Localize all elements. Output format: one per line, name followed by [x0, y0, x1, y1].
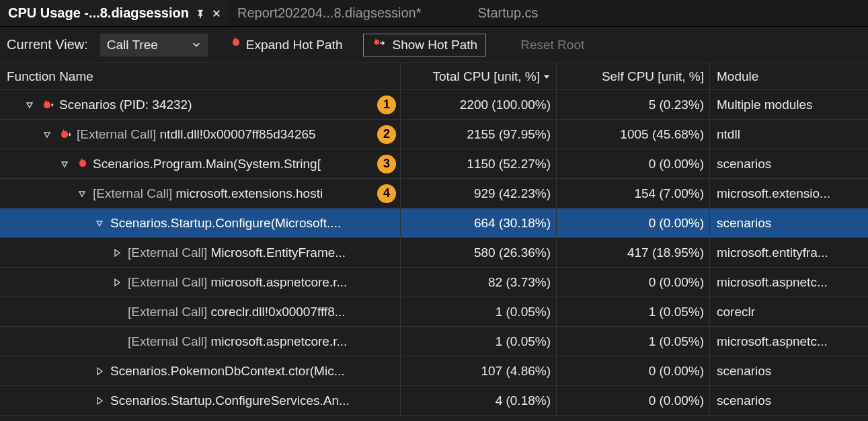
table-row[interactable]: [External Call] ntdll.dll!0x00007ff85d34… [0, 120, 868, 149]
callout-badge: 1 [377, 95, 396, 114]
tab-startup[interactable]: Startup.cs [470, 0, 547, 26]
cell-total-cpu: 580 (26.36%) [401, 238, 557, 267]
cell-module: microsoft.aspnetc... [710, 268, 868, 297]
button-label: Expand Hot Path [246, 38, 343, 52]
flame-icon [58, 128, 71, 141]
function-name-text: Scenarios (PID: 34232) [59, 98, 369, 112]
table-row[interactable]: Scenarios.Program.Main(System.String[311… [0, 149, 868, 179]
cell-function: Scenarios.Program.Main(System.String[3 [0, 149, 401, 178]
cell-total-cpu: 929 (42.23%) [401, 179, 557, 208]
table-row[interactable]: [External Call] Microsoft.EntityFrame...… [0, 238, 868, 268]
cell-self-cpu: 417 (18.95%) [557, 238, 710, 267]
flame-icon [40, 98, 54, 112]
cell-self-cpu: 0 (0.00%) [557, 208, 710, 237]
table-row[interactable]: Scenarios.PokemonDbContext.ctor(Mic...10… [0, 356, 868, 386]
chevron-right-icon[interactable] [94, 395, 105, 406]
function-name-text: Scenarios.Startup.Configure(Microsoft...… [110, 216, 400, 231]
close-icon[interactable] [212, 9, 221, 18]
table-row[interactable]: Scenarios.Startup.ConfigureServices.An..… [0, 386, 868, 416]
cell-function: Scenarios.Startup.ConfigureServices.An..… [0, 386, 401, 415]
cell-self-cpu: 0 (0.00%) [557, 356, 710, 385]
table-row[interactable]: [External Call] microsoft.aspnetcore.r..… [0, 268, 868, 297]
tab-label: Report202204...8.diagsession* [237, 5, 422, 21]
chevron-down-icon[interactable] [42, 129, 52, 140]
function-name-text: Scenarios.Startup.ConfigureServices.An..… [110, 393, 400, 408]
toolbar: Current View: Call Tree Expand Hot Path … [0, 27, 868, 63]
cell-module: scenarios [710, 208, 868, 237]
cell-total-cpu: 664 (30.18%) [401, 208, 557, 237]
cell-module: microsoft.entityfra... [710, 238, 868, 267]
twisty-none [112, 336, 122, 347]
chevron-down-icon[interactable] [77, 188, 87, 199]
function-name-text: [External Call] microsoft.aspnetcore.r..… [128, 275, 400, 290]
cell-module: microsoft.aspnetc... [710, 327, 868, 356]
header-self-cpu[interactable]: Self CPU [unit, %] [557, 63, 710, 89]
show-hot-path-button[interactable]: Show Hot Path [363, 34, 486, 56]
callout-badge: 2 [377, 125, 396, 144]
current-view-dropdown[interactable]: Call Tree [100, 34, 208, 56]
cell-module: microsoft.extensio... [710, 179, 868, 208]
function-name-text: Scenarios.Program.Main(System.String[ [93, 157, 369, 171]
tab-cpu-usage[interactable]: CPU Usage -...8.diagsession [0, 0, 229, 26]
cell-self-cpu: 1 (0.05%) [557, 327, 710, 356]
expand-hot-path-button[interactable]: Expand Hot Path [220, 34, 352, 56]
sort-desc-icon [543, 73, 551, 81]
pin-icon[interactable] [196, 9, 205, 18]
table-row[interactable]: Scenarios.Startup.Configure(Microsoft...… [0, 208, 868, 238]
cell-self-cpu: 0 (0.00%) [557, 386, 710, 415]
table-row[interactable]: Scenarios (PID: 34232)12200 (100.00%)5 (… [0, 90, 868, 120]
button-label: Show Hot Path [392, 38, 477, 52]
cell-self-cpu: 0 (0.00%) [557, 268, 710, 297]
cell-function: [External Call] Microsoft.EntityFrame... [0, 238, 401, 267]
table-row[interactable]: [External Call] microsoft.extensions.hos… [0, 179, 868, 208]
chevron-down-icon[interactable] [24, 100, 35, 110]
cell-module: scenarios [710, 356, 868, 385]
chevron-right-icon[interactable] [112, 247, 122, 258]
cell-total-cpu: 1150 (52.27%) [401, 149, 557, 178]
chevron-down-icon[interactable] [59, 159, 70, 169]
cell-function: Scenarios.Startup.Configure(Microsoft...… [0, 208, 401, 237]
chevron-down-icon[interactable] [94, 218, 105, 229]
column-headers: Function Name Total CPU [unit, %] Self C… [0, 63, 868, 90]
header-function-name[interactable]: Function Name [0, 63, 401, 89]
cell-function: [External Call] coreclr.dll!0x00007fff8.… [0, 297, 401, 326]
cell-self-cpu: 0 (0.00%) [557, 149, 710, 178]
flame-icon [75, 157, 87, 171]
header-module[interactable]: Module [710, 63, 868, 89]
cell-total-cpu: 4 (0.18%) [401, 386, 557, 415]
cell-total-cpu: 1 (0.05%) [401, 327, 557, 356]
cell-function: [External Call] ntdll.dll!0x00007ff85d34… [0, 120, 401, 149]
function-name-text: [External Call] coreclr.dll!0x00007fff8.… [128, 305, 400, 319]
cell-module: ntdll [710, 120, 868, 149]
function-name-text: [External Call] microsoft.extensions.hos… [93, 186, 369, 201]
current-view-label: Current View: [7, 37, 88, 52]
callout-badge: 3 [377, 155, 396, 174]
chevron-right-icon[interactable] [94, 366, 105, 377]
call-tree-rows: Scenarios (PID: 34232)12200 (100.00%)5 (… [0, 90, 868, 416]
header-total-cpu[interactable]: Total CPU [unit, %] [401, 63, 557, 89]
twisty-none [112, 307, 122, 317]
button-label: Reset Root [520, 38, 584, 52]
cell-total-cpu: 1 (0.05%) [401, 297, 557, 326]
cell-module: Multiple modules [710, 90, 868, 119]
cell-self-cpu: 5 (0.23%) [557, 90, 710, 119]
function-name-text: [External Call] Microsoft.EntityFrame... [128, 245, 400, 260]
dropdown-value: Call Tree [107, 38, 158, 52]
table-row[interactable]: [External Call] coreclr.dll!0x00007fff8.… [0, 297, 868, 327]
callout-badge: 4 [377, 184, 396, 203]
cell-self-cpu: 1 (0.05%) [557, 297, 710, 326]
cell-total-cpu: 107 (4.86%) [401, 356, 557, 385]
cell-total-cpu: 2155 (97.95%) [401, 120, 557, 149]
table-row[interactable]: [External Call] microsoft.aspnetcore.r..… [0, 327, 868, 356]
flame-arrow-icon [372, 37, 387, 52]
cell-self-cpu: 1005 (45.68%) [557, 120, 710, 149]
flame-icon [229, 36, 241, 53]
cell-function: [External Call] microsoft.aspnetcore.r..… [0, 327, 401, 356]
tab-report[interactable]: Report202204...8.diagsession* [229, 0, 430, 26]
function-name-text: Scenarios.PokemonDbContext.ctor(Mic... [110, 364, 400, 379]
cell-function: Scenarios.PokemonDbContext.ctor(Mic... [0, 356, 401, 385]
cell-module: scenarios [710, 386, 868, 415]
cell-module: coreclr [710, 297, 868, 326]
chevron-right-icon[interactable] [112, 277, 122, 288]
tab-bar: CPU Usage -...8.diagsession Report202204… [0, 0, 868, 27]
